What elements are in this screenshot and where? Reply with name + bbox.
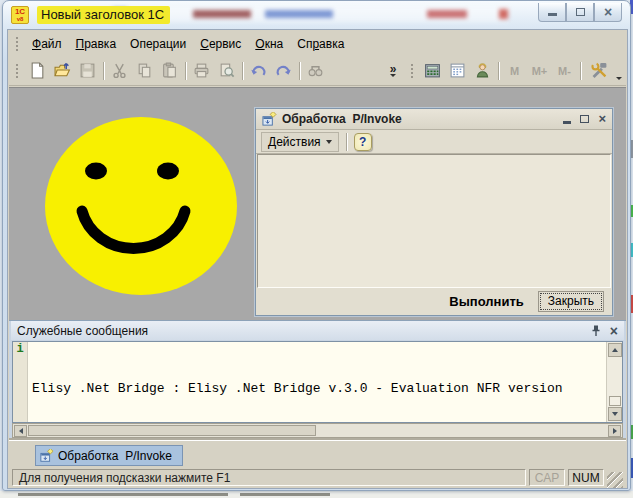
toolbar-separator	[185, 62, 186, 80]
customize-tools-button[interactable]	[584, 59, 614, 83]
undo-button[interactable]	[246, 59, 271, 83]
dialog-form-area[interactable]	[257, 154, 611, 288]
processing-window-icon	[40, 449, 54, 463]
dialog-close-icon[interactable]: ×	[598, 114, 606, 124]
redo-arrow-icon	[275, 62, 292, 79]
menu-item-operations[interactable]: Операции	[123, 34, 193, 54]
menu-item-service[interactable]: Сервис	[193, 34, 248, 54]
messages-horizontal-scrollbar[interactable]	[12, 423, 623, 438]
restore-button[interactable]	[566, 3, 594, 22]
toolbar-dropdown-icon[interactable]	[616, 77, 622, 80]
copy-icon	[136, 62, 153, 79]
main-toolbar: » M M+ M-	[9, 56, 626, 86]
new-document-button[interactable]	[25, 59, 50, 83]
calendar-icon	[449, 62, 466, 79]
tab-label: Обработка P/Invoke	[58, 449, 172, 463]
dialog-minimize-icon[interactable]	[563, 121, 571, 124]
paste-clipboard-icon	[161, 62, 178, 79]
memory-subtract-button[interactable]: M-	[552, 59, 577, 83]
close-button[interactable]: ×	[594, 3, 622, 22]
dialog-toolbar-separator	[346, 133, 347, 151]
mdi-workspace: Обработка P/Invoke × Действия	[9, 87, 626, 320]
chevron-down-icon	[390, 74, 396, 77]
user-button[interactable]	[470, 59, 495, 83]
memory-add-button[interactable]: M+	[527, 59, 552, 83]
toolbar-separator	[580, 62, 581, 80]
minimize-button[interactable]	[538, 3, 566, 22]
toolbar-grip[interactable]	[410, 63, 414, 79]
menu-item-help[interactable]: Справка	[290, 34, 351, 54]
scroll-right-icon	[613, 428, 617, 434]
smiley-left-eye	[85, 163, 107, 180]
window-controls: ×	[538, 3, 622, 22]
smiley-right-eye	[157, 163, 179, 180]
redo-button[interactable]	[271, 59, 296, 83]
menu-item-windows[interactable]: Окна	[248, 34, 290, 54]
scroll-left-button[interactable]	[14, 425, 27, 437]
menubar-grip[interactable]	[15, 36, 19, 52]
pinvoke-dialog: Обработка P/Invoke × Действия	[255, 108, 613, 316]
menu-item-file[interactable]: Файл	[25, 34, 69, 54]
toolbar-separator	[242, 62, 243, 80]
open-button[interactable]	[50, 59, 75, 83]
toolbar-overflow-button[interactable]: »	[384, 64, 402, 77]
toolbar-grip[interactable]	[15, 63, 19, 79]
title-bar[interactable]: 1С v8 Новый заголовок 1С ×	[3, 1, 630, 29]
mdi-tab-bar: Обработка P/Invoke	[9, 440, 626, 467]
dialog-title: Обработка P/Invoke	[282, 112, 402, 126]
save-icon	[79, 62, 96, 79]
desktop-fragment	[0, 491, 633, 498]
smiley-face	[45, 117, 237, 295]
help-button[interactable]: ?	[354, 133, 372, 151]
menu-bar: Файл Правка Операции Сервис Окна Справка	[9, 32, 626, 56]
scroll-up-button[interactable]	[608, 343, 622, 357]
scroll-down-button[interactable]	[608, 407, 622, 421]
menu-item-edit[interactable]: Правка	[69, 34, 124, 54]
print-preview-button[interactable]	[214, 59, 239, 83]
caps-lock-indicator: CAP	[529, 469, 565, 486]
toolbar-separator	[299, 62, 300, 80]
cut-button[interactable]	[107, 59, 132, 83]
question-mark-icon: ?	[359, 135, 366, 149]
actions-dropdown-button[interactable]: Действия	[261, 132, 339, 152]
window-title: Новый заголовок 1С	[37, 6, 170, 24]
cut-scissors-icon	[111, 62, 128, 79]
new-document-icon	[29, 62, 46, 79]
paste-button[interactable]	[157, 59, 182, 83]
resize-grip[interactable]	[607, 472, 623, 488]
calculator-button[interactable]	[420, 59, 445, 83]
dialog-maximize-icon[interactable]	[580, 115, 589, 123]
dialog-title-bar[interactable]: Обработка P/Invoke ×	[256, 109, 612, 130]
save-button[interactable]	[75, 59, 100, 83]
status-hint: Для получения подсказки нажмите F1	[12, 469, 526, 486]
print-button[interactable]	[189, 59, 214, 83]
messages-title: Служебные сообщения	[17, 324, 148, 338]
chevron-more-icon: »	[390, 64, 397, 74]
pin-icon[interactable]	[590, 324, 602, 337]
info-icon: i	[16, 342, 23, 356]
message-line: Elisy .Net Bridge : Elisy .Net Bridge v.…	[32, 380, 602, 398]
tab-pinvoke[interactable]: Обработка P/Invoke	[35, 445, 183, 466]
desktop-text-smudge	[18, 493, 228, 496]
messages-text-area[interactable]: i Elisy .Net Bridge : Elisy .Net Bridge …	[12, 341, 623, 423]
print-preview-icon	[218, 62, 235, 79]
scroll-right-button[interactable]	[608, 425, 621, 437]
copy-button[interactable]	[132, 59, 157, 83]
messages-vertical-scrollbar[interactable]	[606, 342, 622, 422]
execute-button[interactable]: Выполнить	[449, 294, 523, 309]
messages-header[interactable]: Служебные сообщения ×	[11, 321, 624, 340]
dialog-button-row: Выполнить Закрыть	[256, 288, 612, 315]
memory-recall-button[interactable]: M	[502, 59, 527, 83]
dialog-controls: ×	[563, 114, 606, 124]
vertical-scroll-thumb[interactable]	[609, 396, 621, 406]
restore-icon	[576, 8, 585, 16]
calendar-button[interactable]	[445, 59, 470, 83]
1c-app-icon: 1С v8	[11, 6, 29, 24]
messages-close-icon[interactable]: ×	[610, 325, 618, 337]
processing-window-icon	[262, 112, 277, 127]
num-lock-indicator: NUM	[568, 469, 604, 486]
find-button[interactable]	[303, 59, 328, 83]
toolbar-separator	[103, 62, 104, 80]
dialog-close-button[interactable]: Закрыть	[538, 291, 604, 312]
horizontal-scroll-thumb[interactable]	[28, 425, 316, 436]
